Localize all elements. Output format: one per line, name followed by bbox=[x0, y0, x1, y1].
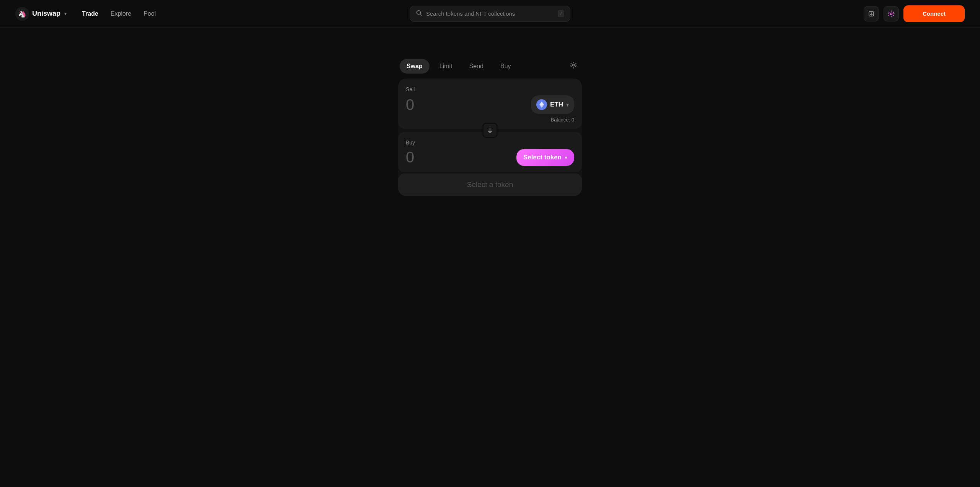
buy-amount-input[interactable] bbox=[406, 149, 482, 166]
swap-settings-icon[interactable] bbox=[567, 58, 580, 74]
nav-explore[interactable]: Explore bbox=[111, 10, 131, 17]
search-icon bbox=[416, 10, 422, 18]
eth-token-name: ETH bbox=[550, 101, 563, 108]
navbar: 🦄 Uniswap ▾ Trade Explore Pool Search to… bbox=[0, 0, 980, 28]
nav-right: Connect bbox=[864, 5, 965, 22]
search-placeholder: Search tokens and NFT collections bbox=[426, 10, 554, 17]
sell-section: Sell ETH ▾ Balance: 0 bbox=[398, 79, 582, 129]
balance-text: Balance: 0 bbox=[551, 117, 574, 123]
tab-buy[interactable]: Buy bbox=[493, 59, 518, 74]
search-shortcut-key: / bbox=[558, 10, 564, 17]
select-a-token-text: Select a token bbox=[467, 180, 513, 189]
tab-limit[interactable]: Limit bbox=[433, 59, 459, 74]
eth-token-icon bbox=[536, 99, 547, 110]
download-icon-button[interactable] bbox=[864, 6, 879, 21]
svg-line-3 bbox=[420, 14, 422, 15]
tab-send[interactable]: Send bbox=[462, 59, 490, 74]
main-content: Swap Limit Send Buy Sell bbox=[0, 28, 980, 196]
nav-trade[interactable]: Trade bbox=[82, 10, 98, 17]
balance-row: Balance: 0 bbox=[406, 117, 574, 123]
select-token-chevron-icon: ▾ bbox=[565, 154, 567, 161]
tab-swap[interactable]: Swap bbox=[400, 59, 430, 74]
sell-label: Sell bbox=[406, 86, 574, 92]
select-token-button[interactable]: Select token ▾ bbox=[516, 149, 574, 166]
sell-row: ETH ▾ bbox=[406, 95, 574, 114]
connect-wallet-button[interactable]: Connect bbox=[903, 5, 965, 22]
select-token-label: Select token bbox=[523, 154, 562, 161]
logo-text: Uniswap bbox=[32, 10, 60, 18]
logo[interactable]: 🦄 Uniswap ▾ bbox=[15, 7, 67, 21]
swap-panel: Sell ETH ▾ Balance: 0 bbox=[398, 79, 582, 196]
svg-text:🦄: 🦄 bbox=[18, 9, 26, 18]
swap-tabs: Swap Limit Send Buy bbox=[398, 58, 582, 74]
eth-token-selector[interactable]: ETH ▾ bbox=[531, 95, 574, 114]
eth-chevron-icon: ▾ bbox=[566, 102, 569, 108]
search-bar[interactable]: Search tokens and NFT collections / bbox=[410, 6, 570, 22]
nav-pool[interactable]: Pool bbox=[144, 10, 156, 17]
buy-label: Buy bbox=[406, 139, 574, 146]
logo-chevron-icon: ▾ bbox=[64, 11, 67, 16]
buy-row: Select token ▾ bbox=[406, 149, 574, 166]
nav-links: Trade Explore Pool bbox=[82, 10, 156, 17]
select-a-token-action: Select a token bbox=[398, 174, 582, 196]
uniswap-logo-icon: 🦄 bbox=[15, 7, 29, 21]
sell-amount-input[interactable] bbox=[406, 96, 482, 113]
swap-direction-button[interactable] bbox=[482, 123, 498, 138]
swap-widget: Swap Limit Send Buy Sell bbox=[398, 58, 582, 196]
settings-gear-button[interactable] bbox=[884, 6, 899, 21]
